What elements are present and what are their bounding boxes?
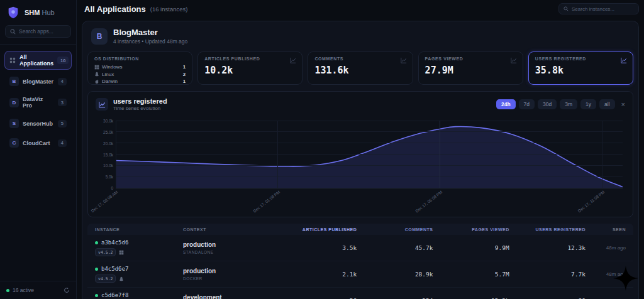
- active-status-dot: [6, 289, 9, 292]
- context-runtime: DOCKER: [183, 276, 280, 281]
- gridline-horizontal: [116, 188, 623, 188]
- context-name: development: [183, 294, 280, 299]
- count-badge: 16: [57, 57, 69, 64]
- sidebar-item-blogmaster[interactable]: B BlogMaster 4: [4, 73, 72, 89]
- os-count: 1: [183, 63, 186, 71]
- metric-card-articles-published[interactable]: ARTICLES PUBLISHED 10.2k: [197, 52, 303, 85]
- gridline-horizontal: [116, 143, 623, 143]
- series-area: [116, 127, 623, 188]
- os-row-windows: rect{fill:#5d6679} Windows 1: [94, 63, 186, 71]
- card-title: ARTICLES PUBLISHED: [204, 57, 296, 61]
- os-count: 1: [183, 78, 186, 85]
- range-24h[interactable]: 24h: [496, 99, 516, 109]
- col-comments[interactable]: COMMENTS: [357, 227, 433, 232]
- sidebar-search[interactable]: [5, 25, 71, 38]
- seen-value: 48m ago: [586, 245, 626, 251]
- table-header: INSTANCE CONTEXT ARTICLES PUBLISHED COMM…: [87, 224, 633, 235]
- instances-search-input[interactable]: [572, 6, 634, 12]
- y-tick-label: 10.0k: [103, 163, 113, 168]
- linux-icon: [94, 72, 99, 77]
- apple-icon: [94, 79, 99, 84]
- range-30d[interactable]: 30d: [538, 99, 557, 109]
- app-avatar: C: [9, 138, 19, 148]
- main-area: All Applications (16 instances) B BlogMa…: [77, 0, 644, 299]
- col-users-registered[interactable]: USERS REGISTERED: [509, 227, 586, 232]
- x-tick-label: Dec 17, 06:08 PM: [414, 190, 443, 214]
- col-articles-published[interactable]: ARTICLES PUBLISHED: [280, 227, 357, 232]
- count-badge: 5: [58, 120, 67, 128]
- pages-value: 5.7M: [433, 271, 509, 278]
- articles-value: 3.5k: [280, 244, 357, 251]
- windows-icon: rect{fill:#5d6679}: [94, 65, 99, 70]
- instance-id: a3b4c5d6: [101, 239, 128, 246]
- chart-header: users registered Time series evolution 2…: [88, 92, 633, 111]
- sidebar-item-dataviz-pro[interactable]: D DataViz Pro 3: [4, 93, 72, 112]
- sidebar-item-all-applications[interactable]: All Applications 16: [4, 51, 72, 70]
- comments-value: 45.7k: [357, 244, 433, 251]
- sidebar-item-label: CloudCart: [23, 140, 50, 146]
- gridline-vertical: [440, 121, 440, 188]
- metric-card-pages-viewed[interactable]: PAGES VIEWED 27.9M: [418, 52, 523, 85]
- metric-value: 35.8k: [535, 65, 626, 76]
- table-row[interactable]: b4c5d6e7 v4.5.2 production DOCKER 2.1k 2…: [87, 261, 633, 288]
- application-panel: B BlogMaster 4 instances • Updated 48m a…: [82, 21, 639, 299]
- col-instance[interactable]: INSTANCE: [95, 227, 183, 232]
- app-avatar: B: [9, 77, 19, 86]
- card-title: USERS REGISTERED: [535, 57, 626, 61]
- card-title: PAGES VIEWED: [425, 57, 516, 61]
- version-badge: v4.5.2: [95, 275, 116, 283]
- gridline-horizontal: [116, 165, 623, 166]
- sidebar: SHM Hub All Applications 16 B BlogMaster…: [0, 0, 77, 299]
- table-row[interactable]: c5d6e7f8 v4.6.0-dev development STANDALO…: [87, 288, 633, 299]
- app-avatar: D: [9, 98, 19, 107]
- sidebar-nav: All Applications 16 B BlogMaster 4 D Dat…: [0, 51, 76, 151]
- app-name: BlogMaster: [113, 28, 187, 37]
- y-axis: 30.0k25.0k20.0k15.0k10.0k5.0k0: [96, 121, 116, 188]
- comments-value: 28.9k: [357, 271, 433, 278]
- mini-chart-icon: [621, 57, 627, 63]
- instance-id: c5d6e7f8: [101, 292, 128, 298]
- range-7d[interactable]: 7d: [519, 99, 535, 109]
- range-1y[interactable]: 1y: [580, 99, 596, 109]
- col-pages-viewed[interactable]: PAGES VIEWED: [433, 227, 509, 232]
- sidebar-item-sensorhub[interactable]: S SensorHub 5: [4, 116, 72, 131]
- active-count-label: 16 active: [13, 287, 34, 293]
- pages-value: 9.9M: [433, 244, 509, 251]
- metric-value: 131.6k: [314, 65, 406, 76]
- y-tick-label: 30.0k: [103, 119, 113, 123]
- col-seen[interactable]: SEEN: [586, 227, 626, 232]
- gridline-vertical: [116, 121, 116, 188]
- os-row-darwin: Darwin 1: [94, 78, 186, 85]
- count-badge: 3: [58, 99, 67, 106]
- chart-title: users registered: [113, 97, 167, 105]
- chart-subtitle: Time series evolution: [113, 106, 167, 111]
- version-badge: v4.5.2: [95, 248, 116, 256]
- count-badge: 4: [58, 78, 67, 85]
- sidebar-item-cloudcart[interactable]: C CloudCart 4: [4, 135, 72, 151]
- range-all[interactable]: all: [599, 99, 615, 109]
- close-icon[interactable]: ×: [621, 101, 625, 108]
- metric-card-comments[interactable]: COMMENTS 131.6k: [308, 52, 413, 85]
- os-distribution-card: OS DISTRIBUTION rect{fill:#5d6679} Windo…: [87, 52, 192, 85]
- instance-status-dot: [95, 294, 98, 297]
- os-name: Linux: [102, 71, 114, 79]
- stats-row: OS DISTRIBUTION rect{fill:#5d6679} Windo…: [86, 52, 635, 85]
- users-value: 12.3k: [509, 244, 586, 251]
- count-badge: 4: [58, 139, 67, 147]
- app-logo: SHM Hub: [0, 0, 76, 24]
- refresh-icon[interactable]: [64, 287, 70, 293]
- range-3m[interactable]: 3m: [560, 99, 577, 109]
- mini-chart-icon: [290, 57, 296, 63]
- instances-search[interactable]: [558, 3, 639, 14]
- gridline-horizontal: [116, 121, 623, 121]
- x-tick-label: Dec 17, 08:08 AM: [90, 190, 118, 213]
- os-count: 2: [183, 71, 186, 79]
- metric-value: 10.2k: [204, 65, 296, 76]
- page-title: All Applications: [84, 4, 146, 14]
- users-value: 7.7k: [509, 271, 586, 278]
- table-row[interactable]: a3b4c5d6 v4.5.2 production STANDALONE 3.…: [87, 235, 633, 261]
- col-context[interactable]: CONTEXT: [183, 227, 280, 232]
- shield-logo-icon: [6, 6, 20, 19]
- metric-card-users-registered[interactable]: USERS REGISTERED 35.8k: [528, 52, 633, 85]
- sidebar-search-input[interactable]: [19, 28, 66, 35]
